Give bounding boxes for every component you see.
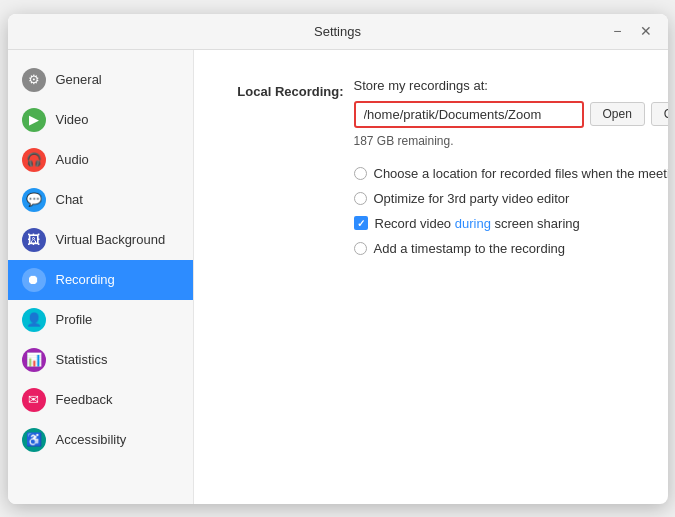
- sidebar-item-statistics[interactable]: 📊Statistics: [8, 340, 193, 380]
- option-optimize: Optimize for 3rd party video editor: [354, 191, 668, 206]
- radio-optimize[interactable]: [354, 192, 367, 205]
- accessibility-icon: ♿: [22, 428, 46, 452]
- sidebar-label-accessibility: Accessibility: [56, 432, 127, 447]
- sidebar-item-virtual-background[interactable]: 🖼Virtual Background: [8, 220, 193, 260]
- highlight-during: during: [455, 216, 491, 231]
- section-label: Local Recording:: [224, 78, 354, 99]
- title-bar: Settings − ✕: [8, 14, 668, 50]
- sidebar-item-chat[interactable]: 💬Chat: [8, 180, 193, 220]
- sidebar: ⚙General▶Video🎧Audio💬Chat🖼Virtual Backgr…: [8, 50, 194, 504]
- virtual-background-icon: 🖼: [22, 228, 46, 252]
- sidebar-label-profile: Profile: [56, 312, 93, 327]
- option-label-optimize: Optimize for 3rd party video editor: [374, 191, 570, 206]
- statistics-icon: 📊: [22, 348, 46, 372]
- settings-window: Settings − ✕ ⚙General▶Video🎧Audio💬Chat🖼V…: [8, 14, 668, 504]
- minimize-button[interactable]: −: [609, 22, 625, 40]
- path-input[interactable]: [354, 101, 584, 128]
- audio-icon: 🎧: [22, 148, 46, 172]
- profile-icon: 👤: [22, 308, 46, 332]
- recording-icon: ⏺: [22, 268, 46, 292]
- radio-choose-location[interactable]: [354, 167, 367, 180]
- recording-options: Store my recordings at: Open Change 187 …: [354, 78, 668, 262]
- path-row: Open Change: [354, 101, 668, 128]
- option-label-timestamp: Add a timestamp to the recording: [374, 241, 566, 256]
- option-label-record-video: Record video during screen sharing: [375, 216, 580, 231]
- store-at-label: Store my recordings at:: [354, 78, 668, 93]
- sidebar-item-feedback[interactable]: ✉Feedback: [8, 380, 193, 420]
- close-button[interactable]: ✕: [636, 22, 656, 40]
- sidebar-label-statistics: Statistics: [56, 352, 108, 367]
- option-label-choose-location: Choose a location for recorded files whe…: [374, 166, 668, 181]
- radio-timestamp[interactable]: [354, 242, 367, 255]
- sidebar-item-general[interactable]: ⚙General: [8, 60, 193, 100]
- general-icon: ⚙: [22, 68, 46, 92]
- checkbox-record-video[interactable]: [354, 216, 368, 230]
- open-button[interactable]: Open: [590, 102, 645, 126]
- sidebar-label-audio: Audio: [56, 152, 89, 167]
- content-area: ⚙General▶Video🎧Audio💬Chat🖼Virtual Backgr…: [8, 50, 668, 504]
- chat-icon: 💬: [22, 188, 46, 212]
- sidebar-label-general: General: [56, 72, 102, 87]
- sidebar-label-video: Video: [56, 112, 89, 127]
- sidebar-item-profile[interactable]: 👤Profile: [8, 300, 193, 340]
- sidebar-item-audio[interactable]: 🎧Audio: [8, 140, 193, 180]
- sidebar-label-recording: Recording: [56, 272, 115, 287]
- sidebar-item-accessibility[interactable]: ♿Accessibility: [8, 420, 193, 460]
- option-record-video: Record video during screen sharing: [354, 216, 668, 231]
- sidebar-label-feedback: Feedback: [56, 392, 113, 407]
- window-title: Settings: [314, 24, 361, 39]
- change-button[interactable]: Change: [651, 102, 668, 126]
- sidebar-label-chat: Chat: [56, 192, 83, 207]
- feedback-icon: ✉: [22, 388, 46, 412]
- video-icon: ▶: [22, 108, 46, 132]
- window-controls: − ✕: [609, 22, 655, 40]
- sidebar-item-recording[interactable]: ⏺Recording: [8, 260, 193, 300]
- option-choose-location: Choose a location for recorded files whe…: [354, 166, 668, 181]
- sidebar-item-video[interactable]: ▶Video: [8, 100, 193, 140]
- local-recording-section: Local Recording: Store my recordings at:…: [224, 78, 638, 262]
- option-timestamp: Add a timestamp to the recording: [354, 241, 668, 256]
- storage-info: 187 GB remaining.: [354, 134, 668, 148]
- main-content: Local Recording: Store my recordings at:…: [194, 50, 668, 504]
- sidebar-label-virtual-background: Virtual Background: [56, 232, 166, 247]
